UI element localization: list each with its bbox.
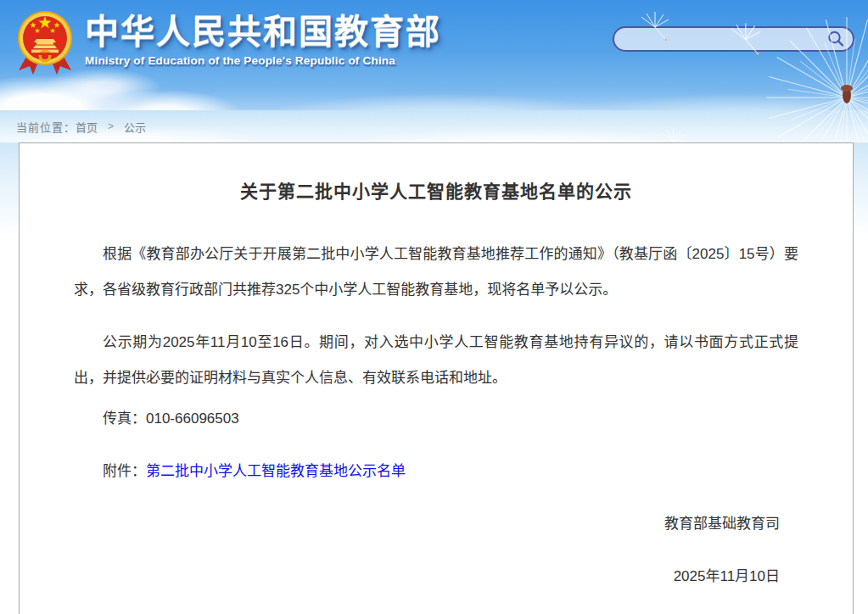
site-title-block: 中华人民共和国教育部 Ministry of Education of the … [85,12,441,67]
site-title: 中华人民共和国教育部 [85,12,441,51]
announcement-article: 关于第二批中小学人工智能教育基地名单的公示 根据《教育部办公厅关于开展第二批中小… [19,142,854,614]
site-search [613,26,854,52]
breadcrumb-separator: > [108,120,114,132]
site-subtitle: Ministry of Education of the People's Re… [85,54,441,67]
search-icon [826,30,845,48]
fax-label: 传真： [103,410,146,427]
main-area: 关于第二批中小学人工智能教育基地名单的公示 根据《教育部办公厅关于开展第二批中小… [0,142,868,614]
article-paragraph: 根据《教育部办公厅关于开展第二批中小学人工智能教育基地推荐工作的通知》（教基厅函… [74,237,798,308]
site-header: 中华人民共和国教育部 Ministry of Education of the … [0,0,868,142]
fax-number: 010-66096503 [146,410,239,427]
article-title: 关于第二批中小学人工智能教育基地名单的公示 [74,179,798,204]
national-emblem-icon [15,8,75,77]
publish-date: 2025年11月10日 [74,559,798,594]
breadcrumb-current: 公示 [124,119,146,135]
breadcrumb: 当前位置： 首页 > 公示 [0,110,868,142]
article-paragraph: 公示期为2025年11月10至16日。期间，对入选中小学人工智能教育基地持有异议… [74,325,798,396]
search-button[interactable] [826,29,846,49]
search-input[interactable] [626,29,826,49]
signature: 教育部基础教育司 [74,506,798,542]
attachment-link[interactable]: 第二批中小学人工智能教育基地公示名单 [146,463,406,479]
attachment-label: 附件： [103,463,146,479]
banner: 中华人民共和国教育部 Ministry of Education of the … [0,0,868,110]
fax-line: 传真：010-66096503 [74,401,798,437]
breadcrumb-home-link[interactable]: 首页 [76,119,98,135]
attachment-line: 附件：第二批中小学人工智能教育基地公示名单 [74,454,798,489]
breadcrumb-label: 当前位置： [16,119,76,135]
